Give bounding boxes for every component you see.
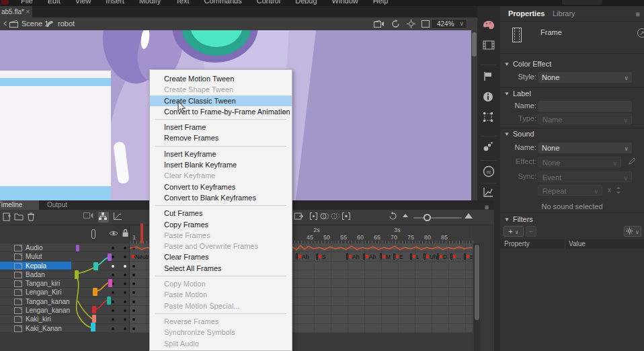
timeline-zoom-slider[interactable] xyxy=(413,217,462,219)
delete-layer-trash-icon[interactable] xyxy=(27,212,38,223)
context-menu-item[interactable]: Remove Frames xyxy=(150,132,292,143)
menubar-item[interactable]: Window xyxy=(325,0,366,5)
camera-tool-icon[interactable] xyxy=(374,20,385,28)
context-menu-item[interactable]: Create Classic Tween xyxy=(150,95,292,106)
context-menu-item[interactable]: Paste and Overwrite Frames xyxy=(150,241,292,251)
tab-timeline[interactable]: Timeline xyxy=(0,200,39,210)
keyframe-tick-icon xyxy=(380,254,382,260)
edit-multiple-frames-icon[interactable] xyxy=(341,212,352,223)
stage-scrollbar[interactable] xyxy=(471,30,477,200)
camera-layer-icon[interactable] xyxy=(83,212,94,223)
center-stage-icon[interactable] xyxy=(407,20,415,28)
close-tab-icon[interactable]: × xyxy=(26,6,30,17)
properties-flag-icon[interactable] xyxy=(483,71,495,83)
layer-page-icon xyxy=(14,316,22,323)
context-menu-item[interactable]: Convert to Frame-by-Frame Animation xyxy=(150,106,292,117)
menubar-item[interactable]: View xyxy=(68,0,99,5)
menubar-item[interactable]: Commands xyxy=(196,0,249,5)
lock-icon[interactable] xyxy=(122,229,129,237)
context-menu-item[interactable]: Insert Blank Keyframe xyxy=(150,159,292,170)
breadcrumb-scene[interactable]: Scene 1 xyxy=(22,20,48,28)
shrink-frames-icon[interactable] xyxy=(402,212,413,223)
menubar-item[interactable]: Modify xyxy=(132,0,168,5)
menu-separator xyxy=(155,313,286,314)
menubar-item[interactable]: File xyxy=(13,0,40,5)
graph-view-icon[interactable] xyxy=(113,212,124,223)
eye-icon[interactable] xyxy=(109,230,118,237)
context-menu-item[interactable]: Reverse Frames xyxy=(150,316,292,327)
clip-content-icon[interactable] xyxy=(421,20,430,28)
add-filter-button[interactable]: + ∨ xyxy=(504,226,524,237)
playhead[interactable] xyxy=(140,223,143,243)
menubar-item[interactable]: Text xyxy=(168,0,196,5)
label-name-input[interactable] xyxy=(538,101,632,112)
sound-name-select[interactable]: None ∨ xyxy=(538,143,632,153)
remove-filter-button[interactable]: − xyxy=(526,226,536,237)
palette-icon[interactable] xyxy=(483,20,495,32)
info-icon[interactable] xyxy=(483,91,495,104)
new-layer-icon[interactable] xyxy=(2,212,13,223)
context-menu-item[interactable]: Clear Frames xyxy=(150,251,292,262)
stage-scrollbar-thumb[interactable] xyxy=(472,32,477,56)
style-select[interactable]: None ∨ xyxy=(538,72,632,83)
section-filters[interactable]: ▼Filters xyxy=(504,215,533,223)
help-circle-icon[interactable]: ↗ xyxy=(637,28,644,38)
context-menu-item[interactable]: Copy Motion xyxy=(150,278,292,289)
new-folder-icon[interactable] xyxy=(14,212,25,223)
back-arrow-icon[interactable] xyxy=(3,21,8,26)
section-sound[interactable]: ▼Sound xyxy=(504,130,534,138)
context-menu-item[interactable]: Clear Keyframe xyxy=(150,170,292,181)
menubar-item[interactable]: Debug xyxy=(288,0,324,5)
parenting-links xyxy=(67,243,129,333)
context-menu-item[interactable]: Convert to Keyframes xyxy=(150,182,292,192)
reset-timeline-zoom-icon[interactable] xyxy=(389,212,399,223)
menubar-item[interactable]: Insert xyxy=(98,0,132,5)
tab-output[interactable]: Output xyxy=(40,200,74,210)
timeline-zoom-knob[interactable] xyxy=(424,214,431,221)
timeline-scrollbar[interactable] xyxy=(474,243,480,351)
zoom-level-select[interactable]: 424% ∨ xyxy=(431,19,467,29)
workspace-switcher[interactable] xyxy=(562,0,602,5)
context-menu-item[interactable]: Create Shape Tween xyxy=(150,84,292,95)
menubar-item[interactable]: Control xyxy=(249,0,288,5)
section-color-effect[interactable]: ▼Color Effect xyxy=(504,60,551,68)
section-label[interactable]: ▼Label xyxy=(504,89,531,98)
panel-menu-icon[interactable]: ≡ xyxy=(636,10,640,18)
context-menu-item[interactable]: Copy Frames xyxy=(150,219,292,230)
context-menu-item[interactable]: Synchronize Symbols xyxy=(150,327,292,338)
menubar-item[interactable]: Help xyxy=(366,0,396,5)
context-menu-item[interactable]: Insert Frame xyxy=(150,122,292,132)
tab-properties[interactable]: Properties xyxy=(508,9,545,17)
context-menu-item[interactable]: Paste Motion xyxy=(150,289,292,300)
tab-library[interactable]: Library xyxy=(553,9,575,17)
document-tab[interactable]: ab5.fla* × xyxy=(0,6,32,17)
context-menu-item[interactable]: Insert Keyframe xyxy=(150,149,292,159)
keyframe-tick-icon xyxy=(410,254,412,260)
timeline-menu-icon[interactable]: ≡ xyxy=(481,202,492,212)
timeline-scrollbar-thumb[interactable] xyxy=(475,245,479,320)
particles-icon[interactable] xyxy=(483,141,495,153)
triangle-down-icon: ▼ xyxy=(504,131,510,137)
loop-range-icon[interactable] xyxy=(309,212,320,223)
context-menu-item[interactable]: Paste Frames xyxy=(150,230,292,241)
creative-cloud-icon[interactable]: cc xyxy=(483,165,495,178)
graph-icon[interactable] xyxy=(483,187,495,199)
transform-frame-icon[interactable] xyxy=(483,112,495,124)
enlarge-frames-icon[interactable] xyxy=(464,212,475,223)
context-menu-item[interactable]: Split Audio xyxy=(150,338,292,349)
menubar-item[interactable]: Edit xyxy=(40,0,68,5)
filter-options-button[interactable]: ∨ xyxy=(624,226,641,237)
context-menu-item[interactable]: Convert to Blank Keyframes xyxy=(150,192,292,203)
context-menu-item[interactable]: Cut Frames xyxy=(150,208,292,219)
onion-outline-icon[interactable] xyxy=(331,212,341,223)
context-menu-item[interactable]: Create Motion Tween xyxy=(150,73,292,84)
onion-skin-icon[interactable] xyxy=(320,212,331,223)
keyframe-tick-icon xyxy=(450,254,452,260)
film-icon[interactable] xyxy=(483,40,495,52)
context-menu-item[interactable]: Paste Motion Special... xyxy=(150,301,292,311)
rotate-stage-icon[interactable] xyxy=(391,20,400,28)
breadcrumb-symbol[interactable]: robot xyxy=(58,20,75,28)
center-frame-icon[interactable] xyxy=(294,212,305,223)
parenting-view-icon[interactable] xyxy=(98,212,109,223)
context-menu-item[interactable]: Select All Frames xyxy=(150,263,292,274)
